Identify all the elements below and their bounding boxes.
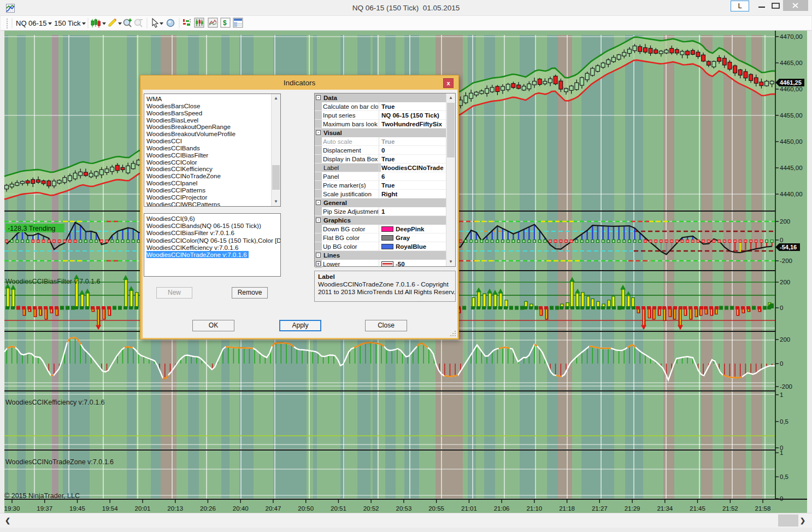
svg-text:20:26: 20:26 — [200, 505, 216, 512]
svg-text:200: 200 — [780, 218, 790, 225]
svg-text:WoodiesCCINoTradeZone v:7.0.1.: WoodiesCCINoTradeZone v:7.0.1.6 — [5, 458, 114, 466]
svg-text:0: 0 — [780, 305, 783, 311]
svg-text:20:40: 20:40 — [233, 505, 249, 512]
svg-text:21:06: 21:06 — [494, 505, 510, 512]
svg-text:-200: -200 — [780, 383, 792, 390]
svg-text:21:58: 21:58 — [755, 505, 771, 512]
svg-text:21:01: 21:01 — [461, 505, 477, 512]
svg-text:0: 0 — [780, 495, 783, 502]
svg-text:0: 0 — [780, 360, 783, 367]
svg-text:1: 1 — [780, 449, 783, 456]
svg-text:21:10: 21:10 — [526, 505, 542, 512]
svg-text:1: 1 — [780, 391, 783, 398]
svg-text:-128,3 Trending: -128,3 Trending — [8, 225, 56, 232]
svg-text:$: $ — [223, 19, 227, 27]
svg-text:4440,00: 4440,00 — [780, 191, 803, 197]
svg-text:4445,00: 4445,00 — [780, 165, 803, 171]
svg-text:4465,00: 4465,00 — [780, 60, 803, 66]
svg-text:21:18: 21:18 — [559, 505, 575, 512]
svg-text:© 2015 NinjaTrader, LLC: © 2015 NinjaTrader, LLC — [4, 492, 80, 500]
svg-text:20:53: 20:53 — [396, 505, 412, 512]
svg-text:4455,00: 4455,00 — [780, 112, 803, 119]
svg-text:-200: -200 — [780, 258, 792, 264]
svg-text:4461,25: 4461,25 — [780, 79, 802, 86]
svg-text:20:52: 20:52 — [363, 505, 379, 512]
svg-text:20:55: 20:55 — [428, 505, 444, 512]
svg-text:-54,16: -54,16 — [780, 244, 797, 250]
svg-text:19:37: 19:37 — [37, 505, 52, 512]
svg-text:WoodiesCCIBiasFilter v:7.0.1.6: WoodiesCCIBiasFilter v:7.0.1.6 — [5, 278, 100, 285]
svg-text:0,5: 0,5 — [780, 418, 789, 425]
svg-text:21:45: 21:45 — [690, 505, 705, 512]
svg-text:200: 200 — [780, 336, 790, 343]
svg-text:150 Tick: 150 Tick — [54, 19, 81, 27]
svg-text:21:34: 21:34 — [657, 505, 673, 512]
svg-text:21:27: 21:27 — [592, 505, 608, 512]
svg-text:19:45: 19:45 — [69, 505, 85, 512]
svg-text:4460,00: 4460,00 — [780, 86, 803, 92]
svg-text:20:01: 20:01 — [135, 505, 151, 512]
svg-text:0,5: 0,5 — [780, 473, 789, 480]
svg-text:20:51: 20:51 — [331, 505, 346, 512]
svg-text:NQ 06-15: NQ 06-15 — [16, 19, 46, 27]
svg-text:4470,00: 4470,00 — [780, 33, 803, 40]
svg-text:19:54: 19:54 — [102, 505, 118, 512]
svg-text:0: 0 — [780, 237, 783, 243]
svg-text:19:30: 19:30 — [4, 505, 20, 512]
svg-text:WoodiesCCIKefficiency v:7.0.1.: WoodiesCCIKefficiency v:7.0.1.6 — [5, 399, 105, 406]
svg-text:21:29: 21:29 — [625, 505, 640, 512]
svg-text:4450,00: 4450,00 — [780, 138, 803, 145]
svg-text:200: 200 — [780, 279, 790, 285]
svg-text:20:47: 20:47 — [266, 505, 281, 512]
svg-text:20:50: 20:50 — [298, 505, 314, 512]
svg-text:21:52: 21:52 — [722, 505, 738, 512]
svg-text:20:13: 20:13 — [167, 505, 183, 512]
